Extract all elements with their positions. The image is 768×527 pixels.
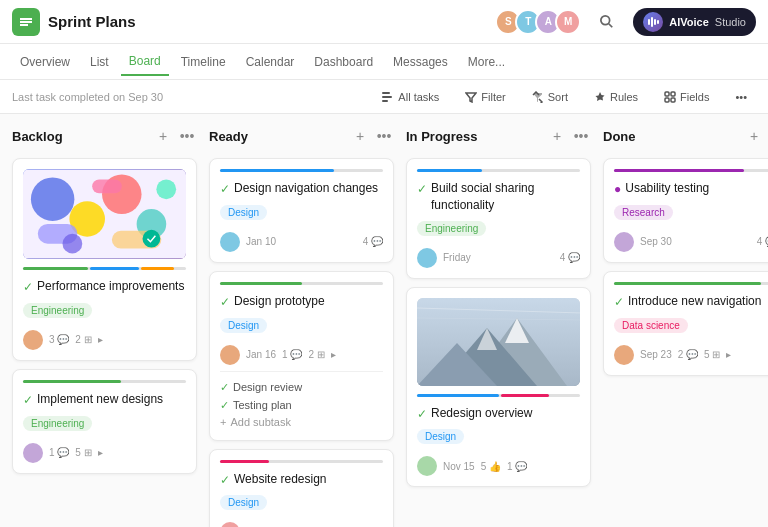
- tag-design-3: Design: [220, 495, 267, 510]
- svg-rect-4: [654, 19, 656, 25]
- col-add-ready[interactable]: +: [350, 126, 370, 146]
- col-title-done: Done: [603, 129, 744, 144]
- svg-rect-11: [665, 98, 669, 102]
- col-actions-done: + •••: [744, 126, 768, 146]
- filter-btn[interactable]: Filter: [456, 87, 514, 107]
- card-footer: 3 💬 2 ⊞ ▸: [23, 330, 186, 350]
- fields-btn[interactable]: Fields: [655, 87, 718, 107]
- svg-point-23: [143, 230, 161, 248]
- card-performance[interactable]: ✓ Performance improvements Engineering 3…: [12, 158, 197, 361]
- tag-data: Data science: [614, 318, 688, 333]
- card-image-colorful: [23, 169, 186, 259]
- sort-btn[interactable]: Sort: [523, 87, 577, 107]
- tag-research: Research: [614, 205, 673, 220]
- card-social[interactable]: ✓ Build social sharing functionality Eng…: [406, 158, 591, 279]
- card-comments: 4 💬: [560, 252, 580, 263]
- col-title-backlog: Backlog: [12, 129, 153, 144]
- col-add-backlog[interactable]: +: [153, 126, 173, 146]
- avatar-small: [23, 330, 43, 350]
- rules-label: Rules: [610, 91, 638, 103]
- svg-rect-6: [382, 92, 390, 94]
- card-title-social: ✓ Build social sharing functionality: [417, 180, 580, 214]
- last-task-text: Last task completed on Sep 30: [12, 91, 163, 103]
- card-meta-subtasks: 2 ⊞: [75, 334, 91, 345]
- search-icon[interactable]: [593, 8, 621, 36]
- card-title-website: ✓ Website redesign: [220, 471, 383, 489]
- column-ready: Ready + ••• ✓ Design navigation changes …: [209, 126, 394, 515]
- card-meta-subtasks: 5 ⊞: [75, 447, 91, 458]
- svg-rect-7: [382, 96, 392, 98]
- col-header-backlog: Backlog + •••: [12, 126, 197, 146]
- card-nav-intro[interactable]: ✓ Introduce new navigation Data science …: [603, 271, 768, 376]
- avatar-small: [614, 232, 634, 252]
- col-header-done: Done + •••: [603, 126, 768, 146]
- subtask-item: ✓ Testing plan: [220, 396, 383, 414]
- nav-messages[interactable]: Messages: [385, 49, 456, 75]
- check-icon: ✓: [417, 181, 427, 198]
- sort-label: Sort: [548, 91, 568, 103]
- tag-design-4: Design: [417, 429, 464, 444]
- nav-overview[interactable]: Overview: [12, 49, 78, 75]
- col-title-inprogress: In Progress: [406, 129, 547, 144]
- col-menu-ready[interactable]: •••: [374, 126, 394, 146]
- app-logo: [12, 8, 40, 36]
- card-date: Jan 16: [246, 349, 276, 360]
- column-done: Done + ••• ● Usability testing Research: [603, 126, 768, 515]
- card-meta-more: ▸: [98, 334, 103, 345]
- card-meta-right: 4 💬: [363, 236, 383, 247]
- rules-btn[interactable]: Rules: [585, 87, 647, 107]
- col-add-inprogress[interactable]: +: [547, 126, 567, 146]
- card-title-usability: ● Usability testing: [614, 180, 768, 198]
- col-menu-backlog[interactable]: •••: [177, 126, 197, 146]
- card-design-prototype[interactable]: ✓ Design prototype Design Jan 16 1 💬 2 ⊞…: [209, 271, 394, 441]
- nav-dashboard[interactable]: Dashboard: [306, 49, 381, 75]
- card-footer-website: Dec 3 3 👍: [220, 522, 383, 527]
- check-icon: ✓: [220, 472, 230, 489]
- col-actions-ready: + •••: [350, 126, 394, 146]
- aivoice-badge[interactable]: AIVoice Studio: [633, 8, 756, 36]
- avatar-small: [417, 456, 437, 476]
- card-design-nav[interactable]: ✓ Design navigation changes Design Jan 1…: [209, 158, 394, 263]
- avatar-small: [417, 248, 437, 268]
- col-add-done[interactable]: +: [744, 126, 764, 146]
- subtask-label: Testing plan: [233, 399, 292, 411]
- subtask-check: ✓: [220, 399, 229, 412]
- sub-header-right: All tasks Filter Sort Rules Fields •••: [373, 87, 756, 107]
- add-subtask-btn[interactable]: + Add subtask: [220, 414, 383, 430]
- nav-calendar[interactable]: Calendar: [238, 49, 303, 75]
- card-subtasks: 5 ⊞: [704, 349, 720, 360]
- card-meta-comments: 1 💬: [49, 447, 69, 458]
- all-tasks-btn[interactable]: All tasks: [373, 87, 448, 107]
- svg-point-22: [63, 234, 83, 254]
- nav-list[interactable]: List: [82, 49, 117, 75]
- header-right: S T A M AIVoice Studio: [495, 8, 756, 36]
- card-date: Friday: [443, 252, 471, 263]
- card-implement[interactable]: ✓ Implement new designs Engineering 1 💬 …: [12, 369, 197, 474]
- app-title: Sprint Plans: [48, 13, 136, 30]
- nav-more[interactable]: More...: [460, 49, 513, 75]
- card-footer-nav: Jan 10 4 💬: [220, 232, 383, 252]
- card-redesign[interactable]: ✓ Redesign overview Design Nov 15 5 👍 1 …: [406, 287, 591, 488]
- card-footer-redesign: Nov 15 5 👍 1 💬: [417, 456, 580, 476]
- check-icon: ●: [614, 181, 621, 198]
- avatar: M: [555, 9, 581, 35]
- card-title-nav: ✓ Design navigation changes: [220, 180, 383, 198]
- sub-header: Last task completed on Sep 30 All tasks …: [0, 80, 768, 114]
- more-options-btn[interactable]: •••: [726, 87, 756, 107]
- progress-bar: [23, 380, 186, 383]
- nav-timeline[interactable]: Timeline: [173, 49, 234, 75]
- card-title-prototype: ✓ Design prototype: [220, 293, 383, 311]
- card-date: Jan 10: [246, 236, 276, 247]
- svg-rect-8: [382, 100, 388, 102]
- svg-point-20: [156, 179, 176, 199]
- avatar-small: [220, 345, 240, 365]
- svg-rect-5: [657, 20, 659, 24]
- check-icon: ✓: [220, 181, 230, 198]
- nav-board[interactable]: Board: [121, 48, 169, 76]
- col-header-ready: Ready + •••: [209, 126, 394, 146]
- col-menu-inprogress[interactable]: •••: [571, 126, 591, 146]
- card-website[interactable]: ✓ Website redesign Design Dec 3 3 👍: [209, 449, 394, 527]
- card-arrow: ▸: [331, 349, 336, 360]
- svg-rect-10: [671, 92, 675, 96]
- card-usability[interactable]: ● Usability testing Research Sep 30 4 💬: [603, 158, 768, 263]
